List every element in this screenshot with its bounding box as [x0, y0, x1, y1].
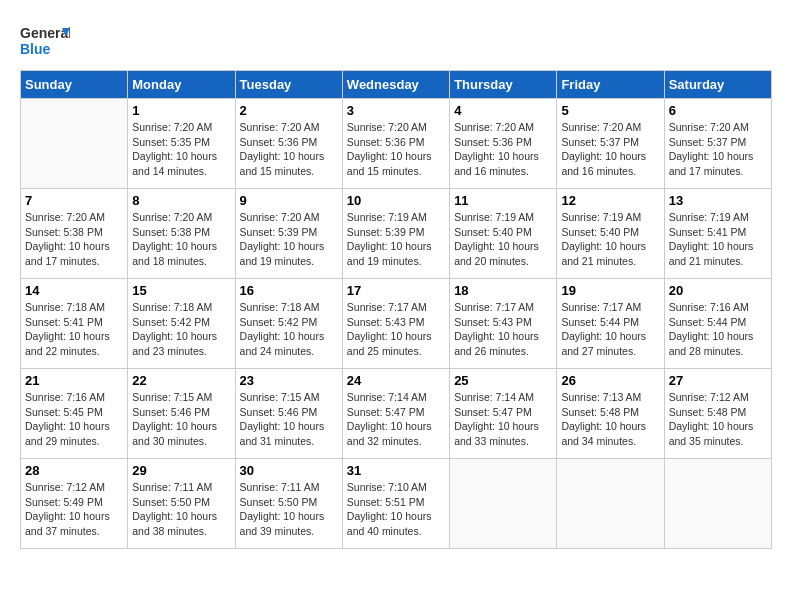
day-info: Sunrise: 7:20 AMSunset: 5:37 PMDaylight:… [669, 120, 767, 179]
day-info: Sunrise: 7:19 AMSunset: 5:39 PMDaylight:… [347, 210, 445, 269]
column-header-friday: Friday [557, 71, 664, 99]
calendar-cell: 3Sunrise: 7:20 AMSunset: 5:36 PMDaylight… [342, 99, 449, 189]
calendar-cell: 17Sunrise: 7:17 AMSunset: 5:43 PMDayligh… [342, 279, 449, 369]
calendar-cell: 6Sunrise: 7:20 AMSunset: 5:37 PMDaylight… [664, 99, 771, 189]
calendar-header-row: SundayMondayTuesdayWednesdayThursdayFrid… [21, 71, 772, 99]
day-info: Sunrise: 7:11 AMSunset: 5:50 PMDaylight:… [240, 480, 338, 539]
column-header-wednesday: Wednesday [342, 71, 449, 99]
calendar-cell [664, 459, 771, 549]
calendar-cell: 18Sunrise: 7:17 AMSunset: 5:43 PMDayligh… [450, 279, 557, 369]
day-number: 7 [25, 193, 123, 208]
svg-text:General: General [20, 25, 70, 41]
day-info: Sunrise: 7:20 AMSunset: 5:36 PMDaylight:… [347, 120, 445, 179]
calendar-cell: 10Sunrise: 7:19 AMSunset: 5:39 PMDayligh… [342, 189, 449, 279]
day-info: Sunrise: 7:18 AMSunset: 5:41 PMDaylight:… [25, 300, 123, 359]
day-info: Sunrise: 7:12 AMSunset: 5:49 PMDaylight:… [25, 480, 123, 539]
day-info: Sunrise: 7:11 AMSunset: 5:50 PMDaylight:… [132, 480, 230, 539]
day-number: 28 [25, 463, 123, 478]
day-info: Sunrise: 7:20 AMSunset: 5:36 PMDaylight:… [240, 120, 338, 179]
page-header: General Blue [20, 20, 772, 60]
calendar-cell: 28Sunrise: 7:12 AMSunset: 5:49 PMDayligh… [21, 459, 128, 549]
calendar-cell: 2Sunrise: 7:20 AMSunset: 5:36 PMDaylight… [235, 99, 342, 189]
day-number: 11 [454, 193, 552, 208]
day-number: 17 [347, 283, 445, 298]
day-info: Sunrise: 7:20 AMSunset: 5:38 PMDaylight:… [25, 210, 123, 269]
day-info: Sunrise: 7:10 AMSunset: 5:51 PMDaylight:… [347, 480, 445, 539]
svg-text:Blue: Blue [20, 41, 51, 57]
calendar-cell: 9Sunrise: 7:20 AMSunset: 5:39 PMDaylight… [235, 189, 342, 279]
calendar-cell: 13Sunrise: 7:19 AMSunset: 5:41 PMDayligh… [664, 189, 771, 279]
column-header-thursday: Thursday [450, 71, 557, 99]
day-number: 4 [454, 103, 552, 118]
day-info: Sunrise: 7:19 AMSunset: 5:41 PMDaylight:… [669, 210, 767, 269]
calendar-cell: 24Sunrise: 7:14 AMSunset: 5:47 PMDayligh… [342, 369, 449, 459]
column-header-saturday: Saturday [664, 71, 771, 99]
day-number: 18 [454, 283, 552, 298]
day-number: 9 [240, 193, 338, 208]
day-number: 23 [240, 373, 338, 388]
day-number: 2 [240, 103, 338, 118]
calendar-cell: 20Sunrise: 7:16 AMSunset: 5:44 PMDayligh… [664, 279, 771, 369]
day-number: 26 [561, 373, 659, 388]
day-number: 14 [25, 283, 123, 298]
day-info: Sunrise: 7:20 AMSunset: 5:39 PMDaylight:… [240, 210, 338, 269]
calendar-week-4: 21Sunrise: 7:16 AMSunset: 5:45 PMDayligh… [21, 369, 772, 459]
calendar-cell: 12Sunrise: 7:19 AMSunset: 5:40 PMDayligh… [557, 189, 664, 279]
day-info: Sunrise: 7:13 AMSunset: 5:48 PMDaylight:… [561, 390, 659, 449]
column-header-sunday: Sunday [21, 71, 128, 99]
day-number: 27 [669, 373, 767, 388]
calendar-week-1: 1Sunrise: 7:20 AMSunset: 5:35 PMDaylight… [21, 99, 772, 189]
day-number: 16 [240, 283, 338, 298]
calendar-week-5: 28Sunrise: 7:12 AMSunset: 5:49 PMDayligh… [21, 459, 772, 549]
calendar-cell: 30Sunrise: 7:11 AMSunset: 5:50 PMDayligh… [235, 459, 342, 549]
calendar-cell: 7Sunrise: 7:20 AMSunset: 5:38 PMDaylight… [21, 189, 128, 279]
calendar-table: SundayMondayTuesdayWednesdayThursdayFrid… [20, 70, 772, 549]
calendar-week-2: 7Sunrise: 7:20 AMSunset: 5:38 PMDaylight… [21, 189, 772, 279]
day-number: 20 [669, 283, 767, 298]
calendar-cell: 14Sunrise: 7:18 AMSunset: 5:41 PMDayligh… [21, 279, 128, 369]
day-info: Sunrise: 7:20 AMSunset: 5:35 PMDaylight:… [132, 120, 230, 179]
day-number: 10 [347, 193, 445, 208]
day-number: 29 [132, 463, 230, 478]
calendar-cell: 5Sunrise: 7:20 AMSunset: 5:37 PMDaylight… [557, 99, 664, 189]
calendar-cell: 21Sunrise: 7:16 AMSunset: 5:45 PMDayligh… [21, 369, 128, 459]
day-number: 13 [669, 193, 767, 208]
calendar-cell: 31Sunrise: 7:10 AMSunset: 5:51 PMDayligh… [342, 459, 449, 549]
day-info: Sunrise: 7:19 AMSunset: 5:40 PMDaylight:… [454, 210, 552, 269]
day-number: 3 [347, 103, 445, 118]
day-info: Sunrise: 7:17 AMSunset: 5:43 PMDaylight:… [454, 300, 552, 359]
day-info: Sunrise: 7:20 AMSunset: 5:36 PMDaylight:… [454, 120, 552, 179]
calendar-cell: 8Sunrise: 7:20 AMSunset: 5:38 PMDaylight… [128, 189, 235, 279]
calendar-cell: 11Sunrise: 7:19 AMSunset: 5:40 PMDayligh… [450, 189, 557, 279]
day-number: 24 [347, 373, 445, 388]
day-info: Sunrise: 7:19 AMSunset: 5:40 PMDaylight:… [561, 210, 659, 269]
calendar-cell: 19Sunrise: 7:17 AMSunset: 5:44 PMDayligh… [557, 279, 664, 369]
calendar-week-3: 14Sunrise: 7:18 AMSunset: 5:41 PMDayligh… [21, 279, 772, 369]
logo: General Blue [20, 20, 70, 60]
day-number: 8 [132, 193, 230, 208]
day-number: 6 [669, 103, 767, 118]
day-info: Sunrise: 7:12 AMSunset: 5:48 PMDaylight:… [669, 390, 767, 449]
day-info: Sunrise: 7:16 AMSunset: 5:44 PMDaylight:… [669, 300, 767, 359]
day-info: Sunrise: 7:17 AMSunset: 5:43 PMDaylight:… [347, 300, 445, 359]
day-info: Sunrise: 7:14 AMSunset: 5:47 PMDaylight:… [454, 390, 552, 449]
day-number: 22 [132, 373, 230, 388]
calendar-cell [557, 459, 664, 549]
day-info: Sunrise: 7:14 AMSunset: 5:47 PMDaylight:… [347, 390, 445, 449]
calendar-cell: 25Sunrise: 7:14 AMSunset: 5:47 PMDayligh… [450, 369, 557, 459]
day-info: Sunrise: 7:16 AMSunset: 5:45 PMDaylight:… [25, 390, 123, 449]
column-header-monday: Monday [128, 71, 235, 99]
day-number: 25 [454, 373, 552, 388]
calendar-cell: 23Sunrise: 7:15 AMSunset: 5:46 PMDayligh… [235, 369, 342, 459]
day-number: 19 [561, 283, 659, 298]
calendar-cell: 4Sunrise: 7:20 AMSunset: 5:36 PMDaylight… [450, 99, 557, 189]
day-info: Sunrise: 7:15 AMSunset: 5:46 PMDaylight:… [132, 390, 230, 449]
calendar-cell: 1Sunrise: 7:20 AMSunset: 5:35 PMDaylight… [128, 99, 235, 189]
calendar-cell [450, 459, 557, 549]
calendar-cell: 15Sunrise: 7:18 AMSunset: 5:42 PMDayligh… [128, 279, 235, 369]
calendar-cell: 16Sunrise: 7:18 AMSunset: 5:42 PMDayligh… [235, 279, 342, 369]
day-number: 12 [561, 193, 659, 208]
day-number: 30 [240, 463, 338, 478]
day-info: Sunrise: 7:18 AMSunset: 5:42 PMDaylight:… [240, 300, 338, 359]
day-number: 15 [132, 283, 230, 298]
